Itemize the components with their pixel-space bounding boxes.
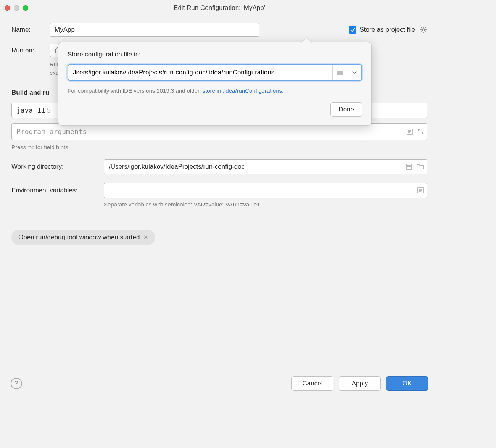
name-input[interactable] <box>50 23 259 37</box>
dialog-button-bar: ? Cancel Apply OK <box>0 369 439 397</box>
svg-line-6 <box>425 31 426 32</box>
insert-macros-icon[interactable] <box>406 128 413 135</box>
compat-link[interactable]: store in .idea/runConfigurations <box>203 87 282 94</box>
done-button[interactable]: Done <box>330 102 362 117</box>
remove-chip-icon[interactable]: ✕ <box>143 234 148 241</box>
svg-point-0 <box>422 29 425 31</box>
svg-line-8 <box>421 31 422 32</box>
config-path-field <box>68 64 362 81</box>
config-path-input[interactable] <box>68 65 332 80</box>
environment-variables-row: Environment variables: <box>11 183 427 198</box>
popover-heading: Store configuration file in: <box>68 51 362 58</box>
window-title: Edit Run Configuration: 'MyApp' <box>0 4 439 12</box>
compat-suffix: . <box>282 87 283 94</box>
environment-variables-label: Environment variables: <box>11 187 104 194</box>
option-chip-open-tool-window[interactable]: Open run/debug tool window when started … <box>11 230 155 245</box>
chevron-down-icon <box>352 71 357 74</box>
store-as-project-file-label: Store as project file <box>359 26 415 34</box>
gear-icon[interactable] <box>420 26 427 34</box>
working-directory-icons <box>406 163 424 170</box>
program-arguments-placeholder: Program arguments <box>16 127 87 135</box>
popover-button-row: Done <box>68 102 362 117</box>
name-label: Name: <box>11 26 50 34</box>
environment-variables-hint: Separate variables with semicolon: VAR=v… <box>104 201 427 208</box>
option-chip-label: Open run/debug tool window when started <box>18 234 140 241</box>
environment-variables-input[interactable] <box>104 183 427 198</box>
jdk-suffix: S <box>47 106 51 114</box>
field-hints-text: Press ⌥ for field hints <box>11 144 427 151</box>
working-directory-value: /Users/igor.kulakov/IdeaProjects/run-con… <box>109 163 422 171</box>
svg-line-7 <box>425 27 426 28</box>
browse-folder-icon[interactable] <box>416 163 424 170</box>
working-directory-label: Working directory: <box>11 163 104 171</box>
program-arguments-input[interactable]: Program arguments <box>11 123 427 140</box>
compat-prefix: For compatibility with IDE versions 2019… <box>68 87 203 94</box>
cancel-button[interactable]: Cancel <box>291 376 333 391</box>
working-directory-row: Working directory: /Users/igor.kulakov/I… <box>11 159 427 174</box>
titlebar: Edit Run Configuration: 'MyApp' <box>0 0 439 16</box>
edit-list-icon[interactable] <box>417 187 424 194</box>
apply-button[interactable]: Apply <box>339 376 381 391</box>
program-arguments-icons <box>406 128 424 135</box>
store-config-popover: Store configuration file in: For compati… <box>58 42 372 126</box>
store-as-project-file-checkbox[interactable] <box>349 26 356 34</box>
compat-hint: For compatibility with IDE versions 2019… <box>68 87 362 94</box>
insert-macros-icon[interactable] <box>406 163 412 170</box>
working-directory-input[interactable]: /Users/igor.kulakov/IdeaProjects/run-con… <box>104 159 427 174</box>
ok-button[interactable]: OK <box>386 376 428 391</box>
store-as-project-file-group: Store as project file <box>349 26 427 34</box>
help-button[interactable]: ? <box>11 378 22 389</box>
path-dropdown-button[interactable] <box>347 65 361 80</box>
environment-variables-icons <box>417 187 424 194</box>
checkmark-icon <box>350 28 355 32</box>
name-row: Name: Store as project file <box>11 23 427 37</box>
browse-folder-icon[interactable] <box>332 65 347 80</box>
jdk-value: java 11 <box>16 106 45 114</box>
expand-icon[interactable] <box>417 128 424 135</box>
svg-line-5 <box>421 27 422 28</box>
run-on-label: Run on: <box>11 47 50 54</box>
